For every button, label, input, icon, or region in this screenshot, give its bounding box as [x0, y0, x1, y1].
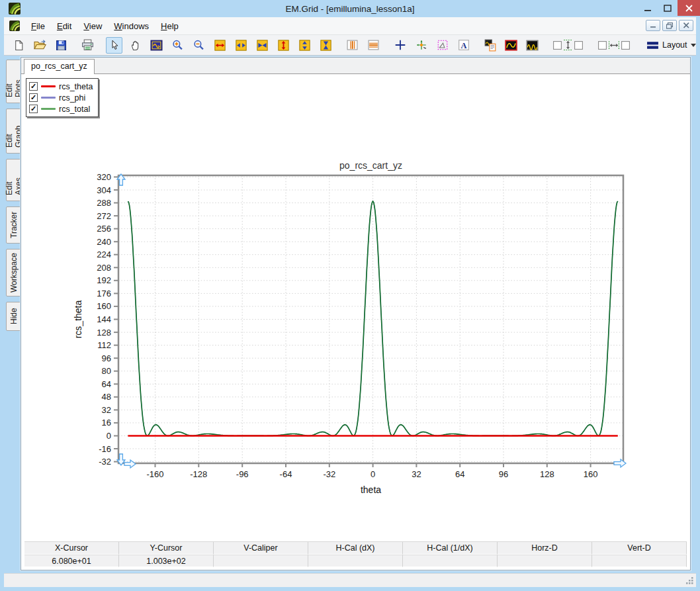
rcs-total-line-swatch — [41, 108, 56, 110]
select-tool-button[interactable] — [106, 37, 122, 54]
toolbar: A Layout — [4, 35, 696, 56]
plot-report-icon — [484, 39, 496, 52]
x-axis-label: theta — [361, 484, 381, 495]
y-tick-label: 176 — [97, 289, 111, 298]
multi-plot-window-button[interactable] — [524, 37, 541, 54]
menu-view[interactable]: View — [77, 19, 108, 34]
sidebar-item-edit-axes[interactable]: Edit Axes — [6, 159, 22, 201]
chevron-down-icon — [691, 44, 696, 47]
mdi-close-icon — [683, 23, 689, 28]
compress-x-button[interactable] — [254, 37, 271, 54]
legend-label: rcs_theta — [59, 82, 93, 91]
expand-y-button[interactable] — [275, 37, 292, 54]
x-tick-label: -32 — [323, 469, 335, 479]
horizontal-cursors-button[interactable] — [365, 37, 382, 54]
x-tick-label: -96 — [236, 469, 249, 479]
menu-help[interactable]: Help — [155, 19, 185, 34]
print-button[interactable] — [79, 37, 96, 54]
sidebar-item-workspace[interactable]: Workspace — [6, 249, 22, 296]
svg-text:A: A — [460, 41, 466, 50]
layout-dropdown-button[interactable]: Layout — [642, 38, 700, 52]
legend-label: rcs_phi — [59, 93, 85, 103]
rcs-theta-checkbox[interactable]: ✓ — [29, 82, 38, 91]
sidebar-item-hide[interactable]: Hide — [6, 302, 22, 331]
expand-y-red-icon — [278, 40, 289, 51]
y-tick-label: 32 — [102, 405, 111, 415]
x-tick-label: 160 — [584, 469, 598, 479]
sidebar-item-edit-plots[interactable]: Edit Plots — [6, 60, 22, 103]
new-file-icon — [13, 40, 24, 51]
pan-tool-button[interactable] — [127, 37, 144, 54]
expand-x-button[interactable] — [212, 37, 228, 54]
plot-window-button[interactable] — [503, 37, 519, 54]
expand-y-arrows-button[interactable] — [296, 37, 313, 54]
caliper-button[interactable] — [434, 37, 451, 54]
tracker-button[interactable] — [413, 37, 429, 54]
rcs-total-checkbox[interactable]: ✓ — [29, 105, 38, 113]
zoom-in-icon — [172, 40, 183, 51]
menu-file[interactable]: File — [25, 19, 51, 34]
tab-po-rcs-cart-yz[interactable]: po_rcs_cart_yz — [24, 59, 95, 74]
save-button[interactable] — [53, 37, 69, 54]
open-folder-icon — [34, 40, 46, 50]
vertical-cursors-button[interactable] — [344, 37, 361, 54]
minimize-button[interactable] — [638, 0, 658, 16]
menu-windows[interactable]: Windows — [108, 19, 155, 34]
legend-panel[interactable]: ✓ rcs_theta ✓ rcs_phi ✓ rcs_total — [26, 78, 99, 117]
zoom-out-icon — [193, 40, 204, 51]
y-tick-label: 288 — [97, 198, 111, 208]
expand-x-arrows-button[interactable] — [233, 37, 249, 54]
maximize-icon — [664, 5, 672, 12]
col-header-v-caliper: V-Caliper — [214, 542, 308, 555]
plot-report-button[interactable] — [482, 37, 498, 54]
y-tick-label: 64 — [102, 379, 111, 389]
zoom-out-button[interactable] — [191, 37, 207, 54]
menu-edit[interactable]: Edit — [51, 19, 77, 34]
resize-grip[interactable] — [685, 576, 694, 585]
fit-to-window-button[interactable] — [148, 37, 165, 54]
y-tick-label: 48 — [102, 392, 111, 402]
mdi-minimize-icon — [650, 23, 656, 28]
compress-y-button[interactable] — [318, 37, 334, 54]
close-icon — [685, 5, 693, 12]
mdi-restore-button[interactable] — [662, 20, 677, 31]
col-header-y-cursor: Y-Cursor — [119, 542, 214, 555]
sidebar-item-edit-graph[interactable]: Edit Graph — [6, 109, 22, 154]
rcs-phi-checkbox[interactable]: ✓ — [29, 93, 38, 102]
sidebar-item-tracker[interactable]: Tracker — [6, 206, 22, 244]
y-tick-label: 208 — [97, 263, 111, 273]
maximize-button[interactable] — [658, 0, 678, 16]
text-annotation-button[interactable]: A — [455, 37, 472, 54]
value-vert-d — [592, 555, 687, 567]
vertical-cursors-icon — [347, 40, 358, 50]
pan-hand-icon — [130, 40, 141, 51]
cursor-readout-table: X-Cursor Y-Cursor V-Caliper H-Cal (dX) H… — [24, 541, 687, 567]
window-title: EM.Grid - [emillumina_lesson1a] — [0, 4, 700, 14]
y-tick-label: 80 — [102, 366, 111, 376]
open-file-button[interactable] — [32, 37, 48, 54]
y-tick-label: 320 — [97, 172, 111, 182]
app-logo-icon — [9, 3, 21, 15]
col-header-hcal-1dx: H-Cal (1/dX) — [403, 542, 498, 555]
chart[interactable]: -160-128-96-64-3203264961281603203042882… — [71, 159, 653, 507]
x-tick-label: -64 — [280, 469, 292, 479]
fit-plot-icon — [150, 40, 163, 51]
new-file-button[interactable] — [11, 37, 27, 54]
close-button[interactable] — [678, 0, 700, 16]
zoom-in-button[interactable] — [169, 37, 186, 54]
cursor-arrow-icon — [109, 40, 120, 50]
match-height-button[interactable] — [550, 37, 586, 54]
legend-item-rcs-theta: ✓ rcs_theta — [29, 81, 93, 92]
mdi-close-button[interactable] — [679, 20, 693, 31]
mdi-minimize-button[interactable] — [646, 20, 660, 31]
value-horz-d — [498, 555, 592, 567]
y-tick-label: 304 — [97, 185, 111, 195]
menu-bar: File Edit View Windows Help — [4, 17, 696, 35]
plot-window-red-icon — [505, 39, 517, 52]
crosshair-button[interactable] — [392, 37, 408, 54]
x-tick-label: 128 — [540, 469, 554, 479]
caliper-icon — [437, 39, 449, 51]
y-tick-label: 272 — [97, 211, 111, 221]
title-bar: EM.Grid - [emillumina_lesson1a] — [0, 0, 700, 17]
match-width-button[interactable] — [595, 37, 633, 54]
